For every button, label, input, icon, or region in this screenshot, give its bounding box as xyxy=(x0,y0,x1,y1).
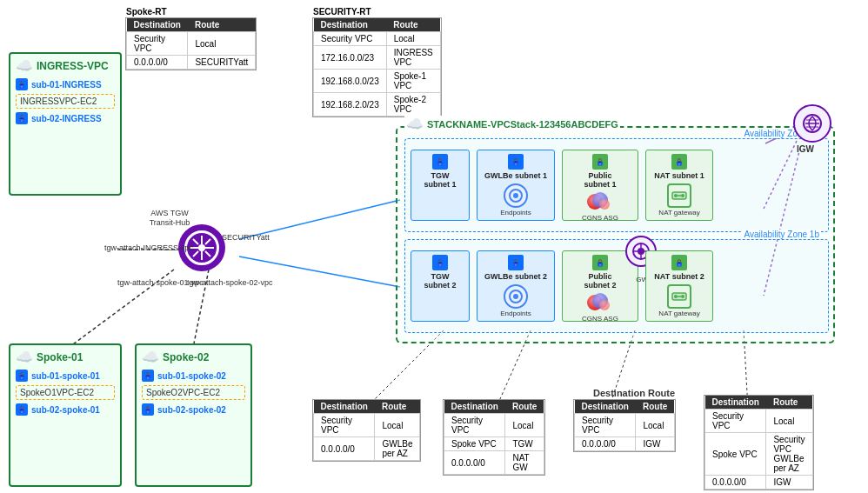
gwlbe-subnet-2-box: GWLBe subnet 2 Endpoints xyxy=(477,250,555,322)
spoke-rt-route-header: Route xyxy=(188,18,256,32)
spoke-rt-table: Destination Route Security VPC Local 0.0… xyxy=(126,18,256,70)
table-row: 0.0.0.0/0 SECURITYatt xyxy=(127,56,256,70)
nat-gateway-2-container: NAT gateway xyxy=(658,284,699,317)
table-row: Security VPC Local xyxy=(314,32,441,46)
table-cell: Spoke VPC xyxy=(705,433,766,476)
public-rt-container: Destination Route Security VPC Local 0.0… xyxy=(574,400,666,410)
endpoints-1-label: Endpoints xyxy=(500,209,531,217)
tgw-spoke02-attach-label: tgw-attach-spoke-02-vpc xyxy=(187,278,273,287)
lock-icon xyxy=(142,370,154,382)
svg-point-28 xyxy=(513,294,518,299)
lock-icon xyxy=(508,255,524,270)
svg-point-37 xyxy=(681,295,684,298)
table-row: Spoke VPC TGW xyxy=(444,437,544,451)
ingress-ec2: INGRESSVPC-EC2 xyxy=(16,94,115,109)
nat-svg xyxy=(671,188,687,203)
lock-icon xyxy=(16,370,28,382)
nat-gateway-1-label: NAT gateway xyxy=(658,209,699,217)
table-cell: SECURITYatt xyxy=(188,56,256,70)
nat-subnet-1-box: NAT subnet 1 NAT gateway xyxy=(645,150,713,221)
ingress-vpc-label: ☁️ INGRESS-VPC xyxy=(10,54,120,76)
table-row: Security VPC Local xyxy=(575,414,675,437)
table-cell: Security VPC xyxy=(575,414,636,437)
table-cell: 192.168.2.0/23 xyxy=(314,93,387,117)
nat-subnet-1-label: NAT subnet 1 xyxy=(654,171,704,180)
cgns-2-label: CGNS ASG xyxy=(582,315,618,323)
table-row: 0.0.0.0/0 IGW xyxy=(575,437,675,451)
destination-route-label: Destination Route xyxy=(593,388,675,398)
spoke01-ec2: SpokeO1VPC-EC2 xyxy=(16,385,115,400)
security-rt-title: SECURITY-RT xyxy=(313,7,371,17)
main-vpc-label: ☁️ STACKNAME-VPCStack-123456ABCDEFG xyxy=(404,116,620,132)
table-cell: TGW xyxy=(505,437,544,451)
cgns-sphere-pink xyxy=(599,199,610,210)
svg-line-17 xyxy=(193,239,198,244)
security-rt-dest-header: Destination xyxy=(314,18,387,32)
lock-icon xyxy=(671,255,687,270)
table-row: 192.168.0.0/23 Spoke-1 VPC xyxy=(314,70,441,93)
az2-box: Availability Zone 1b TGWsubnet 2 GWLBe s… xyxy=(404,239,829,333)
az2-label: Availability Zone 1b xyxy=(742,230,821,239)
endpoints-1-container: Endpoints xyxy=(500,183,531,217)
endpoints-2-label: Endpoints xyxy=(500,310,531,317)
lock-icon xyxy=(508,154,524,170)
endpoints-2-container: Endpoints xyxy=(500,284,531,317)
table-cell: NAT GW xyxy=(505,451,544,475)
lock-icon xyxy=(16,403,28,416)
gwlbe-subnet-1-box: GWLBe subnet 1 Endpoints xyxy=(477,150,555,221)
table-cell: Spoke-2 VPC xyxy=(386,93,440,117)
gwlbe-subnet-2-label: GWLBe subnet 2 xyxy=(484,272,547,281)
diagram-container: Spoke-RT Destination Route Security VPC … xyxy=(0,0,868,493)
table-cell: 0.0.0.0/0 xyxy=(444,451,505,475)
public-rt-route-header: Route xyxy=(636,400,674,414)
tgw-attach-rt-route-header: Route xyxy=(375,400,420,414)
spoke-rt-container: Spoke-RT Destination Route Security VPC … xyxy=(126,7,167,18)
tgw-security-attach-label: SECURITYatt xyxy=(222,233,270,242)
tgw-ingress-attach-label: tgw-attach-INGRESS-vpc xyxy=(104,243,193,252)
table-row: Security VPC Local xyxy=(444,414,544,437)
table-row: Security VPC Local xyxy=(127,32,256,56)
svg-line-20 xyxy=(193,251,198,256)
spoke01-subnet-02: sub-02-spoke-01 xyxy=(16,403,115,416)
table-cell: Security VPC xyxy=(705,410,766,433)
gwlbe-rt-container: Destination Route Security VPC Local Spo… xyxy=(444,400,542,410)
svg-point-36 xyxy=(674,295,678,298)
tgw-subnet-1-box: TGWsubnet 1 xyxy=(411,150,470,221)
nat-rt-container: Destination Route Security VPC Local Spo… xyxy=(704,396,791,406)
cgns-1-label: CGNS ASG xyxy=(582,214,618,222)
public-subnet-2-label: Publicsubnet 2 xyxy=(584,272,616,290)
table-cell: 0.0.0.0/0 xyxy=(314,437,375,461)
cgns-spheres-icon-2 xyxy=(587,293,613,314)
table-cell: 0.0.0.0/0 xyxy=(127,56,188,70)
table-row: Spoke VPC Security VPC GWLBe per AZ xyxy=(705,433,813,476)
tgw-subnet-1-label: TGWsubnet 1 xyxy=(424,171,456,189)
svg-point-30 xyxy=(638,248,644,255)
security-rt-route-header: Route xyxy=(386,18,440,32)
lock-icon xyxy=(432,154,448,170)
table-cell: 0.0.0.0/0 xyxy=(575,437,636,451)
table-row: Security VPC Local xyxy=(705,410,813,433)
nat-gateway-2-label: NAT gateway xyxy=(658,310,699,317)
spoke02-vpc-box: ☁️ Spoke-02 sub-01-spoke-02 SpokeO2VPC-E… xyxy=(135,343,252,487)
nat-svg-2 xyxy=(671,289,687,304)
cgns-2-container: CGNS ASG xyxy=(582,293,618,323)
ingress-subnet-02: sub-02-INGRESS xyxy=(16,112,115,124)
nat-gateway-icon xyxy=(667,183,691,208)
security-rt-container: SECURITY-RT Destination Route Security V… xyxy=(313,7,371,18)
nat-rt-route-header: Route xyxy=(766,396,812,410)
public-rt-dest-header: Destination xyxy=(575,400,636,414)
cgns-spheres-icon xyxy=(587,192,613,213)
lock-icon xyxy=(592,154,608,170)
spoke-rt-dest-header: Destination xyxy=(127,18,188,32)
ingress-subnet-01: sub-01-INGRESS xyxy=(16,78,115,90)
az1-box: Availability Zone 1a TGWsubnet 1 GWLBe s… xyxy=(404,138,829,232)
tgw-subnet-2-box: TGWsubnet 2 xyxy=(411,250,470,322)
table-cell: Local xyxy=(505,414,544,437)
spoke-rt-title: Spoke-RT xyxy=(126,7,167,17)
spoke02-subnet-02: sub-02-spoke-02 xyxy=(142,403,245,416)
table-cell: Local xyxy=(375,414,420,437)
svg-point-22 xyxy=(513,193,518,198)
svg-line-19 xyxy=(205,239,210,244)
endpoint-icon xyxy=(504,183,528,208)
nat-rt-table: Destination Route Security VPC Local Spo… xyxy=(704,396,813,490)
